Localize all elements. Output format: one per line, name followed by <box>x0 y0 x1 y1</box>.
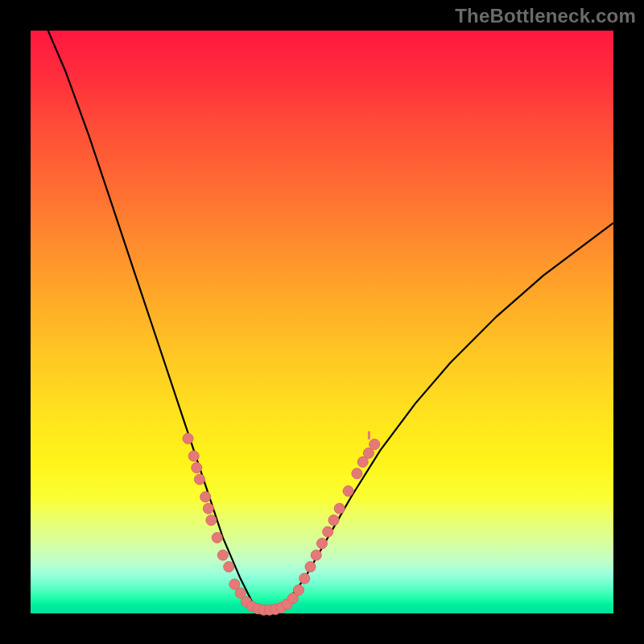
marker-dot <box>224 562 234 572</box>
marker-dot <box>323 526 333 537</box>
plot-area <box>31 31 613 613</box>
marker-dot <box>212 532 222 543</box>
marker-dot <box>206 515 217 526</box>
marker-dot <box>317 539 328 549</box>
marker-dot <box>334 503 345 514</box>
markers-group <box>183 433 380 615</box>
chart-frame: TheBottleneck.com <box>0 0 644 644</box>
marker-dot <box>195 474 205 485</box>
small-tick <box>368 431 370 440</box>
marker-dot <box>305 562 316 572</box>
marker-dot <box>192 463 202 473</box>
marker-dot <box>200 492 211 502</box>
marker-dot <box>203 503 213 514</box>
marker-dot <box>294 585 304 596</box>
marker-dot <box>299 573 310 584</box>
marker-dot <box>352 469 362 479</box>
marker-dot <box>188 451 199 461</box>
marker-dot <box>328 515 339 526</box>
watermark-text: TheBottleneck.com <box>455 5 636 27</box>
marker-dot <box>311 550 321 560</box>
marker-dot <box>369 440 380 450</box>
marker-dot <box>183 433 193 444</box>
marker-dot <box>217 550 228 560</box>
small-mark <box>368 431 370 440</box>
chart-svg <box>31 31 613 613</box>
marker-dot <box>343 486 353 497</box>
